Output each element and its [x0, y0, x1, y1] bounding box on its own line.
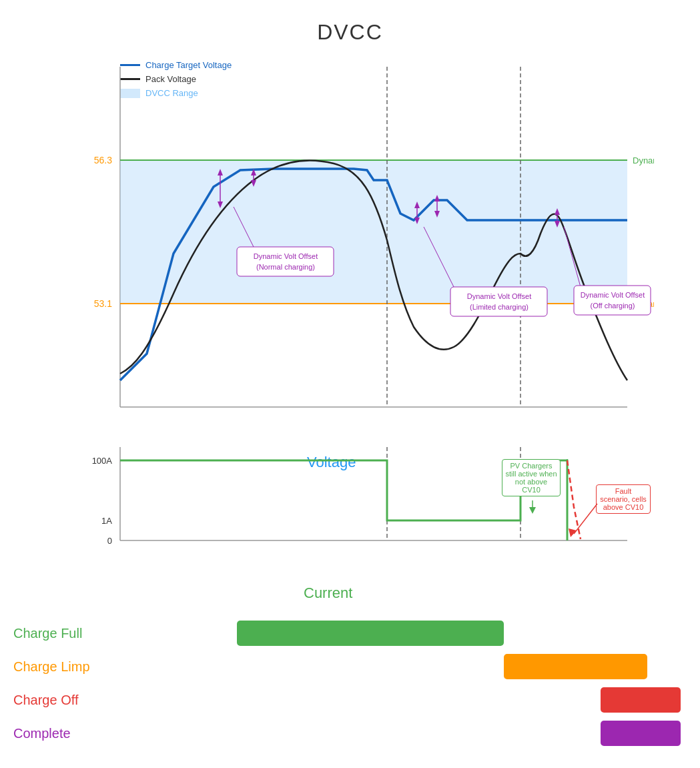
charge-full-row: Charge Full — [13, 621, 681, 646]
charge-full-bar — [237, 621, 504, 646]
svg-text:(Normal charging): (Normal charging) — [256, 263, 315, 271]
voltage-chart-area: 56.3 53.1 Dynamic Volt Max Dynamic Volt … — [40, 47, 654, 447]
charge-off-row: Charge Off — [13, 687, 681, 713]
pv-chargers-annotation: PV Chargers still active when not above … — [502, 459, 561, 496]
svg-text:Dynamic Volt Offset: Dynamic Volt Offset — [254, 252, 318, 260]
complete-bar — [601, 721, 681, 746]
svg-rect-28 — [450, 287, 547, 316]
svg-text:0: 0 — [107, 536, 112, 546]
svg-text:Dynamic Volt Max: Dynamic Volt Max — [633, 155, 654, 165]
charge-limp-row: Charge Limp — [13, 654, 681, 679]
fault-annotation: Fault scenario, cells above CV10 — [596, 484, 651, 514]
svg-rect-18 — [237, 247, 334, 276]
status-bars-section: Charge Full Charge Limp Charge Off Compl… — [13, 621, 681, 754]
svg-text:53.1: 53.1 — [94, 298, 112, 309]
svg-text:(Limited charging): (Limited charging) — [470, 303, 529, 311]
svg-text:56.3: 56.3 — [94, 155, 112, 165]
charge-limp-label: Charge Limp — [13, 659, 120, 675]
current-axis-label: Current — [304, 585, 352, 602]
complete-label: Complete — [13, 726, 87, 741]
svg-text:1A: 1A — [101, 516, 112, 526]
svg-text:100A: 100A — [92, 456, 113, 466]
charge-limp-bar — [504, 654, 647, 679]
pv-arrow-icon — [526, 500, 539, 514]
complete-row: Complete — [13, 721, 681, 746]
svg-text:Dynamic Volt Offset: Dynamic Volt Offset — [467, 292, 531, 300]
svg-text:(Off charging): (Off charging) — [590, 302, 635, 310]
fault-arrow-icon — [561, 500, 601, 540]
charge-full-label: Charge Full — [13, 626, 120, 641]
svg-rect-2 — [120, 160, 627, 304]
svg-marker-47 — [529, 507, 536, 514]
charge-off-label: Charge Off — [13, 693, 87, 708]
svg-line-48 — [574, 504, 597, 534]
voltage-chart-svg: 56.3 53.1 Dynamic Volt Max Dynamic Volt … — [40, 47, 654, 447]
page-title: DVCC — [0, 0, 700, 45]
svg-text:Dynamic Volt Offset: Dynamic Volt Offset — [581, 291, 645, 299]
svg-rect-35 — [574, 286, 651, 315]
svg-marker-49 — [569, 528, 577, 537]
charge-off-bar — [601, 687, 681, 713]
